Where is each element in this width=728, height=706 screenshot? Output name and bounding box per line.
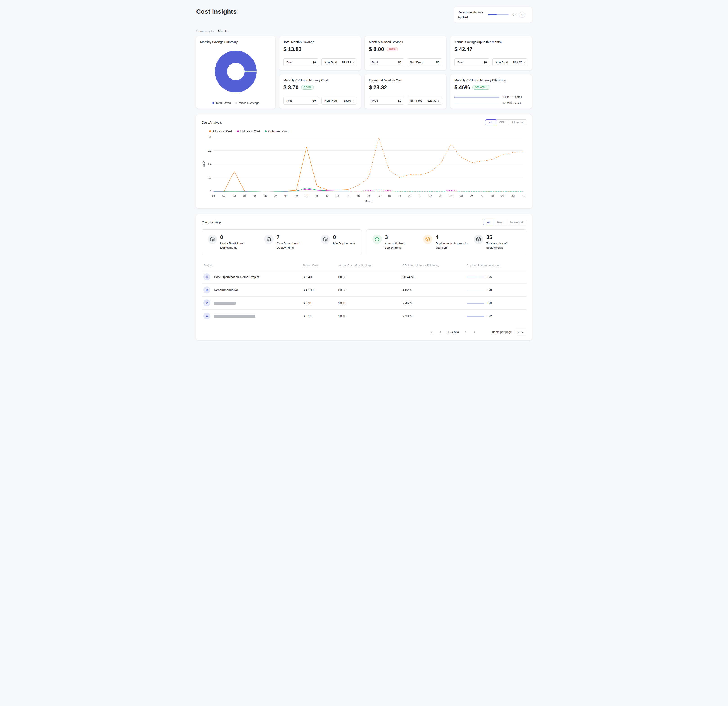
- cpu-memory-cost-value: $ 3.70: [283, 84, 299, 91]
- optimization-stats-box: 3 Auto-optimized deployments 4 Deploymen…: [366, 229, 526, 255]
- prod-pill[interactable]: Prod $0: [283, 97, 319, 105]
- table-row[interactable]: V $ 0.31 $0.15 7.46 % 0/0: [202, 296, 526, 309]
- missed-savings-badge: 0.0%: [387, 47, 398, 52]
- summary-for: Summary for: March: [196, 29, 532, 33]
- next-page-button[interactable]: [462, 329, 469, 335]
- svg-text:1.4: 1.4: [208, 163, 211, 166]
- table-row[interactable]: C Cost-Optimization-Demo-Project $ 0.40 …: [202, 270, 526, 283]
- prod-pill[interactable]: Prod $0: [454, 58, 490, 66]
- cost-analysis-section: Cost Analysis All CPU Memory Allocation …: [196, 114, 532, 209]
- items-per-page-label: Items per page: [492, 330, 512, 334]
- utilization-cost-dot-icon: [237, 130, 239, 132]
- summary-for-label: Summary for:: [196, 29, 216, 33]
- pagination: 1 - 4 of 4 Items per page 5: [202, 329, 526, 335]
- estimated-monthly-cost-card: Estimated Monthly Cost $ 23.32 Prod $0 N…: [365, 74, 446, 109]
- tab-prod[interactable]: Prod: [494, 219, 507, 225]
- svg-text:11: 11: [315, 195, 318, 197]
- cost-analysis-filter: All CPU Memory: [485, 120, 526, 125]
- svg-text:23: 23: [439, 195, 442, 197]
- non-prod-pill[interactable]: Non-Prod $3.70 ›: [322, 97, 357, 105]
- non-prod-pill[interactable]: Non-Prod $42.47 ›: [493, 58, 528, 66]
- table-row[interactable]: A $ 0.14 $0.18 7.39 % 0/2: [202, 309, 526, 323]
- optimized-cost-dot-icon: [265, 130, 267, 132]
- legend-allocation-cost[interactable]: Allocation Cost: [209, 130, 232, 133]
- summary-cards-grid: Monthly Savings Summary Total Saved Miss…: [196, 36, 532, 109]
- tab-non-prod[interactable]: Non-Prod: [507, 219, 526, 225]
- monthly-cpu-memory-cost-card: Monthly CPU and Memory Cost $ 3.70 0.00%…: [279, 74, 361, 109]
- prod-pill[interactable]: Prod $0: [369, 97, 404, 105]
- efficiency: 7.39 %: [403, 314, 467, 318]
- cost-analysis-title: Cost Analysis: [202, 121, 222, 124]
- efficiency-badge: 100.00% ↑: [472, 85, 490, 90]
- missed-savings-dot-icon: [235, 102, 237, 104]
- table-row[interactable]: R Recommendation $ 12.98 $3.03 1.82 % 0/…: [202, 283, 526, 296]
- previous-page-button[interactable]: [438, 329, 444, 335]
- svg-text:28: 28: [491, 195, 494, 197]
- items-per-page-select[interactable]: 5: [514, 329, 526, 335]
- svg-text:04: 04: [243, 195, 246, 197]
- tab-cpu[interactable]: CPU: [495, 120, 509, 125]
- tab-memory[interactable]: Memory: [508, 120, 526, 125]
- svg-text:22: 22: [429, 195, 432, 197]
- prod-pill[interactable]: Prod $0: [283, 58, 319, 66]
- chevron-right-icon: [464, 330, 468, 334]
- efficiency-value: 5.46%: [454, 84, 470, 91]
- saved-cost: $ 0.40: [303, 275, 338, 279]
- page-range: 1 - 4 of 4: [448, 330, 459, 334]
- chevron-down-icon: [521, 330, 524, 334]
- total-deployments-stat: 35 Total number of deployments: [474, 235, 520, 250]
- svg-text:20: 20: [408, 195, 412, 197]
- svg-text:05: 05: [254, 195, 257, 197]
- provisioning-stats-box: 0 Under Provisioned Deployments 7 Over P…: [202, 229, 362, 255]
- svg-text:13: 13: [336, 195, 339, 197]
- tab-all[interactable]: All: [485, 120, 495, 125]
- layers-icon: [264, 235, 274, 244]
- first-page-icon: [430, 330, 434, 334]
- missed-savings-value: $ 0.00: [369, 46, 384, 52]
- applied-recommendations-bar: [467, 290, 484, 291]
- svg-text:03: 03: [233, 195, 236, 197]
- svg-text:0: 0: [210, 190, 211, 193]
- svg-text:USD: USD: [202, 161, 205, 167]
- last-page-icon: [472, 330, 476, 334]
- svg-text:0.7: 0.7: [208, 176, 211, 179]
- chevron-right-icon: ›: [353, 99, 354, 102]
- recommendations-applied-label: Recommendations Applied: [458, 10, 485, 20]
- non-prod-pill[interactable]: Non-Prod $23.32 ›: [407, 97, 442, 105]
- svg-text:06: 06: [264, 195, 267, 197]
- chart-legend: Allocation Cost Utilization Cost Optimiz…: [209, 130, 526, 133]
- non-prod-pill[interactable]: Non-Prod $0: [407, 58, 442, 66]
- svg-text:25: 25: [460, 195, 463, 197]
- col-applied-recommendations: Applied Recommendations: [467, 264, 524, 267]
- recommendations-open-button[interactable]: ›: [519, 12, 525, 18]
- card-title: Monthly Savings Summary: [200, 40, 271, 44]
- legend-utilization-cost[interactable]: Utilization Cost: [237, 130, 260, 133]
- tab-all[interactable]: All: [483, 219, 494, 225]
- monthly-savings-summary-card: Monthly Savings Summary Total Saved Miss…: [196, 36, 275, 109]
- card-title: Estimated Monthly Cost: [369, 78, 442, 82]
- last-page-button[interactable]: [471, 329, 477, 335]
- svg-text:12: 12: [326, 195, 329, 197]
- card-title: Monthly Missed Savings: [369, 40, 442, 44]
- idle-deployments-stat: 0 Idle Deployments: [321, 235, 356, 250]
- chevron-left-icon: [439, 330, 443, 334]
- cost-analysis-chart[interactable]: 00.71.42.12.8010203040506070809101112131…: [202, 134, 526, 203]
- recommendations-progress-bar: [488, 14, 508, 15]
- first-page-button[interactable]: [429, 329, 435, 335]
- svg-text:19: 19: [398, 195, 401, 197]
- total-saved-dot-icon: [212, 102, 214, 104]
- cube-icon: [423, 235, 432, 244]
- avatar: A: [204, 313, 210, 320]
- card-title: Annual Savings (up to this month): [454, 40, 528, 44]
- prod-pill[interactable]: Prod $0: [369, 58, 404, 66]
- svg-text:24: 24: [449, 195, 453, 197]
- cpu-memory-cost-badge: 0.00%: [301, 85, 314, 90]
- actual-cost: $0.33: [338, 275, 403, 279]
- avatar: R: [204, 287, 210, 293]
- non-prod-pill[interactable]: Non-Prod $13.83 ›: [322, 58, 357, 66]
- page-header: Cost Insights Recommendations Applied 3/…: [196, 7, 532, 23]
- card-title: Monthly CPU and Memory Cost: [283, 78, 357, 82]
- allocation-cost-dot-icon: [209, 130, 211, 132]
- legend-optimized-cost[interactable]: Optimized Cost: [265, 130, 288, 133]
- applied-recommendations-bar: [467, 316, 484, 317]
